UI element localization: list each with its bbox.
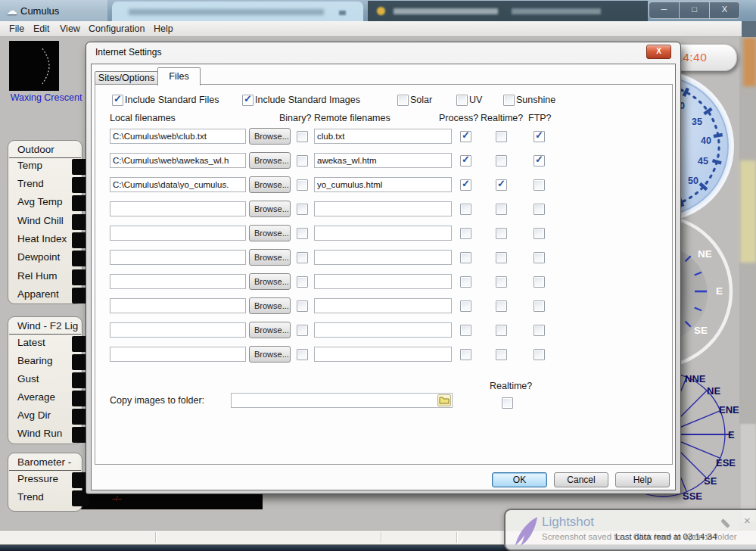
close-button[interactable]: X [709, 2, 740, 19]
ftp-checkbox[interactable] [534, 349, 545, 360]
solar-checkbox[interactable] [397, 95, 409, 106]
ftp-checkbox[interactable] [534, 252, 545, 263]
process-checkbox[interactable] [460, 155, 471, 167]
realtime-checkbox[interactable] [496, 228, 507, 239]
binary-checkbox[interactable] [297, 349, 308, 360]
realtime-checkbox[interactable] [496, 131, 507, 142]
process-checkbox[interactable] [460, 252, 471, 263]
uv-checkbox[interactable] [456, 95, 468, 106]
binary-checkbox[interactable] [297, 252, 308, 263]
local-filename-input[interactable] [110, 177, 246, 192]
process-checkbox[interactable] [460, 179, 471, 191]
include-standard-images-checkbox[interactable] [242, 95, 254, 106]
local-filename-input[interactable] [110, 226, 246, 241]
realtime-checkbox[interactable] [496, 204, 507, 215]
ftp-checkbox[interactable] [534, 325, 545, 336]
process-checkbox[interactable] [460, 349, 471, 360]
browse-button[interactable]: Browse... [249, 152, 291, 169]
ftp-checkbox[interactable] [534, 300, 545, 312]
copy-realtime-checkbox[interactable] [502, 397, 513, 409]
solar-label: Solar [410, 95, 432, 105]
browse-button[interactable]: Browse... [249, 346, 291, 363]
remote-filename-input[interactable] [314, 322, 452, 338]
help-button[interactable]: Help [615, 472, 670, 487]
notification-close-icon[interactable]: × [744, 515, 751, 526]
process-checkbox[interactable] [460, 276, 471, 288]
tab-files[interactable]: Files [157, 67, 201, 86]
realtime-checkbox[interactable] [496, 179, 507, 191]
remote-filename-input[interactable] [314, 274, 452, 289]
process-checkbox[interactable] [460, 204, 471, 215]
cancel-button[interactable]: Cancel [554, 472, 608, 487]
ok-button[interactable]: OK [492, 472, 547, 487]
browse-button[interactable]: Browse... [249, 176, 291, 193]
process-checkbox[interactable] [460, 325, 471, 336]
local-filename-input[interactable] [110, 322, 246, 338]
sunshine-checkbox[interactable] [503, 95, 515, 106]
ftp-checkbox[interactable] [534, 276, 545, 288]
binary-checkbox[interactable] [297, 228, 308, 239]
remote-filename-input[interactable] [314, 177, 452, 192]
remote-filename-input[interactable] [314, 226, 452, 241]
dialog-close-button[interactable]: X [646, 45, 671, 59]
remote-filename-input[interactable] [314, 250, 452, 265]
realtime-checkbox[interactable] [496, 325, 507, 336]
gauge-tick-label: 35 [692, 117, 702, 127]
browse-button[interactable]: Browse... [249, 201, 291, 217]
ftp-checkbox[interactable] [534, 228, 545, 239]
process-checkbox[interactable] [460, 131, 471, 142]
remote-filename-input[interactable] [314, 201, 452, 216]
remote-filename-input[interactable] [314, 298, 452, 313]
browse-button[interactable]: Browse... [249, 249, 291, 266]
lightshot-notification[interactable]: Lightshot × [504, 509, 756, 551]
local-filename-input[interactable] [110, 153, 246, 168]
ftp-checkbox[interactable] [534, 204, 545, 215]
browse-button[interactable]: Browse... [249, 297, 291, 314]
binary-checkbox[interactable] [297, 276, 308, 288]
menu-view[interactable]: View [60, 23, 80, 34]
maximize-button[interactable]: □ [679, 2, 710, 19]
wrench-icon[interactable] [720, 518, 730, 528]
ftp-checkbox[interactable] [534, 131, 545, 142]
sunshine-label: Sunshine [516, 95, 555, 105]
realtime-checkbox[interactable] [496, 276, 507, 288]
local-filename-input[interactable] [110, 347, 246, 362]
ftp-checkbox[interactable] [534, 155, 545, 167]
binary-checkbox[interactable] [297, 204, 308, 215]
local-filename-input[interactable] [110, 201, 246, 216]
binary-checkbox[interactable] [297, 179, 308, 191]
realtime-checkbox[interactable] [496, 349, 507, 360]
menu-edit[interactable]: Edit [33, 23, 50, 34]
remote-filename-input[interactable] [314, 129, 452, 144]
copy-images-folder-input[interactable] [231, 393, 453, 408]
menu-help[interactable]: Help [154, 23, 173, 34]
remote-filename-input[interactable] [314, 347, 452, 362]
local-filename-input[interactable] [110, 274, 246, 289]
ftp-checkbox[interactable] [534, 179, 545, 191]
browse-button[interactable]: Browse... [249, 225, 291, 241]
remote-filename-input[interactable] [314, 153, 452, 168]
process-checkbox[interactable] [460, 228, 471, 239]
menu-file[interactable]: File [9, 23, 24, 34]
folder-icon[interactable] [437, 394, 451, 406]
minimize-button[interactable]: ─ [649, 2, 680, 19]
binary-checkbox[interactable] [297, 131, 308, 142]
browse-button[interactable]: Browse... [249, 273, 291, 290]
column-remote: Remote filenames [314, 113, 390, 123]
realtime-checkbox[interactable] [496, 252, 507, 263]
browse-button[interactable]: Browse... [249, 322, 291, 338]
local-filename-input[interactable] [110, 129, 246, 144]
realtime-checkbox[interactable] [496, 155, 507, 167]
browse-button[interactable]: Browse... [249, 128, 291, 145]
binary-checkbox[interactable] [297, 155, 308, 167]
process-checkbox[interactable] [460, 300, 471, 312]
copy-realtime-label: Realtime? [490, 381, 532, 391]
binary-checkbox[interactable] [297, 300, 308, 312]
realtime-checkbox[interactable] [496, 300, 507, 312]
local-filename-input[interactable] [110, 298, 246, 313]
include-standard-files-checkbox[interactable] [112, 95, 123, 106]
binary-checkbox[interactable] [297, 325, 308, 336]
window-title: Cumulus [20, 5, 59, 17]
menu-configuration[interactable]: Configuration [89, 23, 145, 34]
local-filename-input[interactable] [110, 250, 246, 265]
